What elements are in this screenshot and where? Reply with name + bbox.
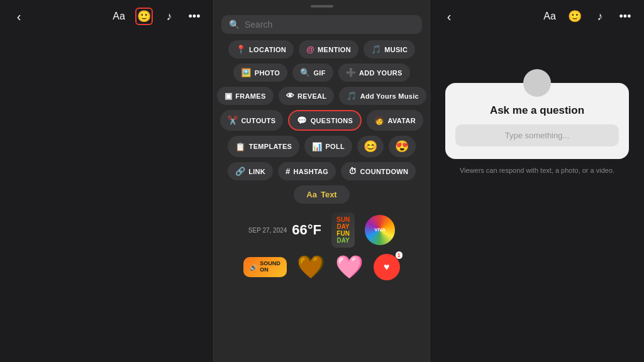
- emoji-heart-eyes-sticker[interactable]: 😍: [389, 136, 415, 157]
- sticker-row-4: ✂️CUTOUTS 💬QUESTIONS 🧑AVATAR: [221, 110, 422, 131]
- question-subtitle: Viewers can respond with text, a photo, …: [445, 167, 629, 174]
- templates-sticker[interactable]: 📋TEMPLATES: [228, 136, 299, 157]
- reveal-sticker[interactable]: 👁REVEAL: [279, 87, 335, 105]
- like-sticker[interactable]: ♥ 1: [374, 254, 400, 280]
- sticker-grid: 📍LOCATION @MENTION 🎵MUSIC 🖼️PHOTO 🔍GIF ➕…: [214, 40, 430, 180]
- hashtag-sticker[interactable]: #HASHTAG: [278, 162, 336, 180]
- text-sticker-button[interactable]: Aa Text: [294, 185, 349, 204]
- sound-on-sticker[interactable]: 🔊 SOUNDON: [243, 257, 287, 277]
- date-temp-sticker[interactable]: SEP 27, 2024 66°F: [248, 222, 321, 238]
- sticker-row-5: 📋TEMPLATES 📊POLL 😊 😍: [221, 136, 422, 157]
- temp-label: 66°F: [292, 222, 321, 238]
- add-yours-sticker[interactable]: ➕ADD YOURS: [338, 63, 410, 82]
- sunday-funday-sticker[interactable]: SUN DAY FUN DAY: [331, 212, 355, 248]
- right-panel: ‹ Aa 🙂 ♪ ••• Ask me a question Type some…: [430, 0, 644, 362]
- cutouts-sticker[interactable]: ✂️CUTOUTS: [220, 110, 283, 131]
- emoji-smile-sticker[interactable]: 😊: [357, 136, 384, 157]
- left-emoji-icon[interactable]: 🙂: [135, 8, 153, 25]
- right-back-button[interactable]: ‹: [440, 8, 458, 25]
- search-icon: 🔍: [229, 19, 240, 30]
- frames-sticker[interactable]: ▣FRAMES: [217, 87, 274, 105]
- sticker-row-3: ▣FRAMES 👁REVEAL 🎵Add Yours Music: [221, 87, 422, 105]
- question-input[interactable]: Type something...: [455, 124, 619, 146]
- search-input[interactable]: [245, 19, 414, 30]
- questions-sticker[interactable]: 💬QUESTIONS: [288, 110, 362, 131]
- sticker-row-2: 🖼️PHOTO 🔍GIF ➕ADD YOURS: [221, 63, 422, 82]
- poll-sticker[interactable]: 📊POLL: [304, 136, 352, 157]
- gif-sticker[interactable]: 🔍GIF: [292, 63, 333, 82]
- right-more-icon[interactable]: •••: [616, 8, 634, 25]
- bottom-sticker-row-1: SEP 27, 2024 66°F SUN DAY FUN DAY VIVA: [221, 212, 422, 248]
- avatar-sticker[interactable]: 🧑AVATAR: [367, 110, 423, 131]
- left-panel: ‹ Aa 🙂 ♪ •••: [0, 0, 214, 362]
- question-widget: Ask me a question Type something...: [445, 83, 629, 159]
- like-badge: 1: [396, 251, 402, 259]
- sticker-row-6: 🔗LINK #HASHTAG ⏱COUNTDOWN: [221, 162, 422, 180]
- text-aa-icon: Aa: [306, 190, 317, 199]
- right-top-bar: ‹ Aa 🙂 ♪ •••: [430, 0, 644, 33]
- text-sticker-row: Aa Text: [214, 185, 430, 204]
- drag-indicator: [311, 5, 333, 8]
- bottom-stickers: SEP 27, 2024 66°F SUN DAY FUN DAY VIVA 🔊…: [214, 204, 430, 280]
- music-sticker[interactable]: 🎵MUSIC: [364, 40, 415, 58]
- question-title: Ask me a question: [490, 104, 584, 117]
- mention-sticker[interactable]: @MENTION: [299, 40, 358, 58]
- countdown-sticker[interactable]: ⏱COUNTDOWN: [341, 162, 416, 180]
- middle-panel: 🔍 📍LOCATION @MENTION 🎵MUSIC 🖼️PHOTO 🔍GIF…: [214, 0, 430, 362]
- link-sticker[interactable]: 🔗LINK: [228, 162, 273, 180]
- search-bar[interactable]: 🔍: [221, 15, 422, 34]
- right-music-icon[interactable]: ♪: [591, 8, 609, 25]
- sticker-row-1: 📍LOCATION @MENTION 🎵MUSIC: [221, 40, 422, 58]
- question-avatar: [523, 69, 551, 97]
- right-text-icon[interactable]: Aa: [541, 8, 558, 25]
- photo-sticker[interactable]: 🖼️PHOTO: [233, 63, 287, 82]
- right-emoji-icon[interactable]: 🙂: [566, 8, 584, 25]
- left-top-bar: ‹ Aa 🙂 ♪ •••: [0, 0, 213, 33]
- left-back-button[interactable]: ‹: [10, 8, 28, 25]
- left-music-icon[interactable]: ♪: [160, 8, 178, 25]
- left-more-icon[interactable]: •••: [186, 8, 203, 25]
- date-label: SEP 27, 2024: [248, 227, 287, 234]
- text-sticker-label: Text: [321, 190, 337, 199]
- location-sticker[interactable]: 📍LOCATION: [228, 40, 294, 58]
- add-yours-music-sticker[interactable]: 🎵Add Yours Music: [339, 87, 426, 105]
- pink-heart-sticker[interactable]: 🩷: [335, 254, 364, 280]
- bottom-sticker-row-2: 🔊 SOUNDON 💙 🩷 ♥ 1: [221, 254, 422, 280]
- left-text-icon[interactable]: Aa: [110, 8, 128, 25]
- viva-sticker[interactable]: VIVA: [365, 215, 395, 245]
- blue-heart-sticker[interactable]: 💙: [297, 254, 325, 280]
